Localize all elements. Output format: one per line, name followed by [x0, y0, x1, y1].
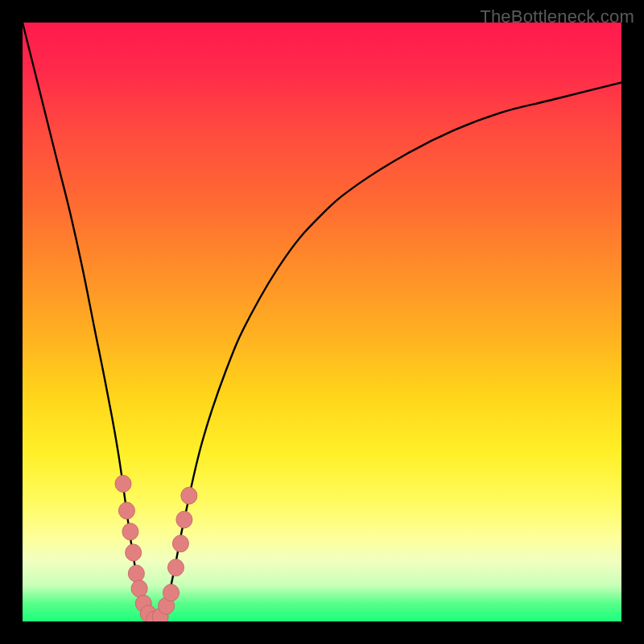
data-marker	[131, 580, 147, 597]
plot-area	[23, 23, 621, 621]
data-marker	[181, 487, 197, 504]
data-marker	[163, 584, 180, 601]
chart-svg	[23, 23, 621, 621]
bottleneck-curve-path	[23, 23, 621, 621]
data-marker	[122, 523, 138, 540]
data-marker	[118, 502, 134, 519]
chart-frame: TheBottleneck.com	[0, 0, 644, 644]
data-marker	[115, 475, 131, 492]
data-marker	[176, 511, 192, 528]
curve-group	[23, 23, 621, 621]
data-marker	[167, 559, 184, 576]
marker-group	[115, 475, 197, 621]
watermark-text: TheBottleneck.com	[480, 6, 634, 27]
data-marker	[128, 565, 144, 582]
data-marker	[126, 544, 142, 561]
data-marker	[172, 535, 188, 552]
